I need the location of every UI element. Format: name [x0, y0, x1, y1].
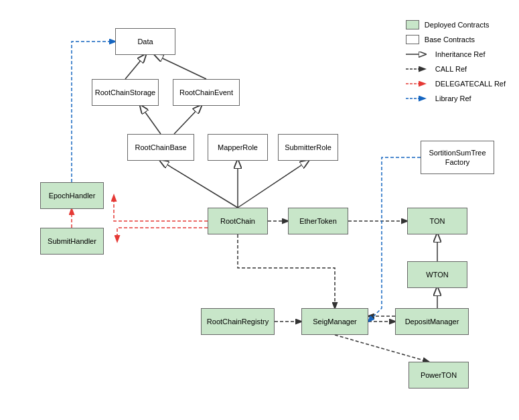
node-submithandler-label: SubmitHandler	[48, 236, 96, 246]
node-rootchainbase: RootChainBase	[127, 134, 194, 161]
node-epochhandler-label: EpochHandler	[49, 191, 96, 200]
legend-deployed-label: Deployed Contracts	[425, 21, 490, 29]
legend-base-label: Base Contracts	[425, 36, 475, 44]
legend-library: Library Ref	[406, 94, 506, 103]
node-rootchainstorage: RootChainStorage	[92, 79, 159, 106]
node-rootchainevent: RootChainEvent	[173, 79, 240, 106]
node-rootchain: RootChain	[208, 208, 268, 234]
node-powerton-label: PowerTON	[421, 370, 457, 380]
node-seigmanager-label: SeigManager	[313, 317, 356, 326]
node-data-label: Data	[137, 37, 153, 46]
node-data: Data	[115, 28, 175, 55]
svg-line-6	[155, 55, 206, 79]
node-ethertoken: EtherToken	[288, 208, 348, 234]
node-rootchainbase-label: RootChainBase	[135, 143, 186, 152]
node-depositmanager-label: DepositManager	[405, 317, 459, 326]
node-seigmanager: SeigManager	[301, 308, 368, 335]
legend-call: CALL Ref	[406, 64, 506, 74]
legend-deployed-box	[406, 20, 419, 29]
node-rootchainregistry-label: RootChainRegistry	[207, 317, 269, 326]
diagram-container: Data RootChainStorage RootChainEvent Roo…	[0, 0, 519, 420]
legend: Deployed Contracts Base Contracts Inheri…	[406, 20, 506, 103]
node-epochhandler: EpochHandler	[40, 182, 104, 209]
node-submitterrole-label: SubmitterRole	[285, 143, 331, 152]
node-submithandler: SubmitHandler	[40, 228, 104, 255]
svg-line-5	[125, 55, 145, 79]
node-rootchainevent-label: RootChainEvent	[179, 88, 233, 97]
legend-deployed: Deployed Contracts	[406, 20, 506, 29]
legend-inheritance-label: Inheritance Ref	[435, 50, 486, 58]
svg-line-11	[238, 161, 308, 208]
svg-line-9	[161, 161, 238, 208]
legend-base-box	[406, 35, 419, 44]
node-sortitionsumtreefactory: SortitionSumTreeFactory	[421, 141, 494, 174]
legend-delegatecall: DELEGATECALL Ref	[406, 79, 506, 88]
legend-call-label: CALL Ref	[435, 65, 467, 73]
svg-line-14	[335, 335, 429, 362]
node-wton: WTON	[407, 261, 467, 288]
node-rootchainregistry: RootChainRegistry	[201, 308, 275, 335]
node-ethertoken-label: EtherToken	[299, 216, 337, 226]
node-powerton: PowerTON	[409, 362, 469, 389]
node-submitterrole: SubmitterRole	[278, 134, 338, 161]
legend-library-label: Library Ref	[435, 94, 471, 102]
legend-base: Base Contracts	[406, 35, 506, 44]
node-mapperrole: MapperRole	[208, 134, 268, 161]
svg-line-7	[141, 106, 161, 134]
svg-line-8	[174, 106, 201, 134]
legend-delegatecall-line	[406, 79, 430, 88]
node-wton-label: WTON	[426, 270, 448, 279]
legend-inheritance: Inheritance Ref	[406, 50, 506, 59]
node-mapperrole-label: MapperRole	[218, 143, 258, 152]
node-rootchainstorage-label: RootChainStorage	[95, 88, 156, 97]
legend-inheritance-line	[406, 50, 430, 59]
legend-call-line	[406, 64, 430, 74]
legend-library-line	[406, 94, 430, 103]
node-sortitionsumtreefactory-label: SortitionSumTreeFactory	[429, 148, 486, 167]
node-ton: TON	[407, 208, 467, 234]
node-rootchain-label: RootChain	[220, 216, 255, 226]
node-depositmanager: DepositManager	[395, 308, 469, 335]
node-ton-label: TON	[429, 216, 445, 226]
legend-delegatecall-label: DELEGATECALL Ref	[435, 80, 506, 88]
